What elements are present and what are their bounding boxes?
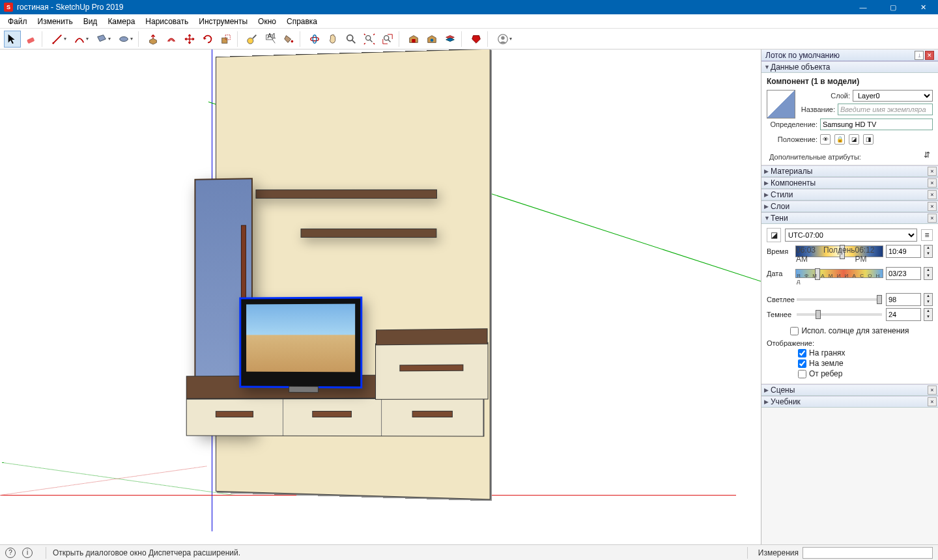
time-spinner[interactable]: ▲▼ <box>924 245 933 258</box>
menu-draw[interactable]: Нарисовать <box>140 16 193 27</box>
light-spinner[interactable]: ▲▼ <box>924 293 933 306</box>
menu-window[interactable]: Окно <box>253 16 281 27</box>
pan-tool[interactable] <box>324 31 341 48</box>
extension-warehouse-tool[interactable] <box>423 31 440 48</box>
separator <box>237 31 241 47</box>
light-slider[interactable] <box>797 298 882 301</box>
panel-close-icon[interactable]: × <box>928 178 937 188</box>
tray-close-button[interactable]: ✕ <box>925 51 934 60</box>
dark-input[interactable] <box>886 308 921 321</box>
collapse-attributes-icon[interactable]: ⇵ <box>924 150 930 160</box>
date-spinner[interactable]: ▲▼ <box>924 267 933 280</box>
panel-close-icon[interactable]: × <box>928 397 937 406</box>
dark-spinner[interactable]: ▲▼ <box>924 308 933 321</box>
shadow-detail-button[interactable]: ≡ <box>921 229 933 241</box>
menu-file[interactable]: Файл <box>3 16 33 27</box>
scale-tool[interactable] <box>218 31 234 48</box>
panel-scenes-header[interactable]: ▶Сцены× <box>761 384 938 396</box>
definition-label: Определение: <box>767 120 817 128</box>
time-input[interactable] <box>886 245 921 258</box>
date-slider[interactable]: Я Ф М А М И И А С О Н Д <box>795 269 883 278</box>
tv-selection[interactable] <box>239 296 362 388</box>
close-button[interactable]: ✕ <box>908 0 938 14</box>
zoom-extents-tool[interactable] <box>361 31 378 48</box>
panel-entity-header[interactable]: ▼Данные объекта <box>761 61 938 73</box>
shelf-upper <box>255 189 437 199</box>
svg-point-15 <box>431 38 434 42</box>
date-input[interactable] <box>886 267 921 280</box>
minimize-button[interactable]: — <box>848 0 878 14</box>
menu-edit[interactable]: Изменить <box>33 16 78 27</box>
panel-instructor-header[interactable]: ▶Учебник× <box>761 396 938 408</box>
toggle-hidden-icon[interactable]: 👁 <box>820 134 831 145</box>
main-toolbar: A1 <box>0 29 938 49</box>
eraser-tool[interactable] <box>22 31 39 48</box>
on-faces-checkbox[interactable] <box>798 349 806 357</box>
orbit-tool[interactable] <box>306 31 323 48</box>
measurements-input[interactable] <box>803 547 933 559</box>
panel-close-icon[interactable]: × <box>928 167 937 176</box>
sun-shading-label: Испол. солнце для затенения <box>801 326 909 335</box>
tray-header[interactable]: Лоток по умолчанию ⟂ ✕ <box>761 49 938 61</box>
panel-close-icon[interactable]: × <box>928 202 937 211</box>
arc-tool[interactable] <box>70 31 91 48</box>
tray-title: Лоток по умолчанию <box>765 51 840 60</box>
text-tool[interactable]: A1 <box>262 31 279 48</box>
svg-point-12 <box>366 35 371 40</box>
info-icon[interactable]: i <box>22 548 33 558</box>
select-tool[interactable] <box>4 31 21 48</box>
layer-select[interactable]: Layer0 <box>853 90 933 102</box>
panel-components-header[interactable]: ▶Компоненты× <box>761 177 938 189</box>
panel-materials-header[interactable]: ▶Материалы× <box>761 165 938 177</box>
menu-view[interactable]: Вид <box>78 16 103 27</box>
panel-shadows-header[interactable]: ▼Тени× <box>761 212 938 224</box>
pushpull-tool[interactable] <box>145 31 162 48</box>
sun-shading-checkbox[interactable] <box>790 327 799 335</box>
layers-tool[interactable] <box>442 31 459 48</box>
tape-measure-tool[interactable] <box>244 31 261 48</box>
ruby-console-tool[interactable] <box>468 31 485 48</box>
zoom-window-tool[interactable] <box>379 31 396 48</box>
shadow-toggle-button[interactable]: ◪ <box>767 228 781 242</box>
3d-warehouse-tool[interactable] <box>405 31 422 48</box>
panel-close-icon[interactable]: × <box>928 190 937 199</box>
toggle-cast-icon[interactable]: ◨ <box>863 134 874 145</box>
component-thumbnail[interactable] <box>767 90 795 119</box>
svg-point-8 <box>291 40 294 42</box>
rotate-tool[interactable] <box>199 31 216 48</box>
offset-tool[interactable] <box>163 31 180 48</box>
timezone-select[interactable]: UTC-07:00 <box>785 229 917 242</box>
name-input[interactable] <box>838 104 933 115</box>
help-icon[interactable]: ? <box>5 548 16 558</box>
menu-tools[interactable]: Инструменты <box>193 16 253 27</box>
panel-layers-header[interactable]: ▶Слои× <box>761 201 938 212</box>
panel-close-icon[interactable]: × <box>928 385 937 395</box>
panel-styles-header[interactable]: ▶Стили× <box>761 189 938 201</box>
paint-bucket-tool[interactable] <box>280 31 297 48</box>
move-tool[interactable] <box>181 31 198 48</box>
light-input[interactable] <box>886 293 921 306</box>
panel-close-icon[interactable]: × <box>928 214 937 223</box>
time-slider[interactable]: 06:03 AM Полдень 06:12 PM <box>795 245 883 257</box>
circle-tool[interactable] <box>115 31 135 48</box>
dark-slider[interactable] <box>797 313 882 316</box>
tray-pin-button[interactable]: ⟂ <box>915 51 924 60</box>
toggle-shadows-icon[interactable]: ◪ <box>849 134 859 145</box>
definition-input[interactable] <box>820 119 933 130</box>
rectangle-tool[interactable] <box>92 31 113 48</box>
display-label: Отображение: <box>767 339 933 347</box>
user-account-tool[interactable] <box>494 31 515 48</box>
toggle-lock-icon[interactable]: 🔒 <box>834 134 845 145</box>
extra-attributes-label: Дополнительные атрибуты: <box>769 153 861 161</box>
panel-shadows-body: ◪ UTC-07:00 ≡ Время 06:03 AM Полдень 06:… <box>761 224 938 384</box>
drawer <box>187 399 283 436</box>
from-edges-checkbox[interactable] <box>798 370 806 378</box>
menu-help[interactable]: Справка <box>281 16 322 27</box>
zoom-tool[interactable] <box>343 31 360 48</box>
viewport[interactable] <box>0 49 761 544</box>
on-ground-checkbox[interactable] <box>798 359 806 368</box>
menu-camera[interactable]: Камера <box>102 16 140 27</box>
maximize-button[interactable]: ▢ <box>878 0 908 14</box>
line-tool[interactable] <box>48 31 69 48</box>
drawer <box>382 399 483 436</box>
